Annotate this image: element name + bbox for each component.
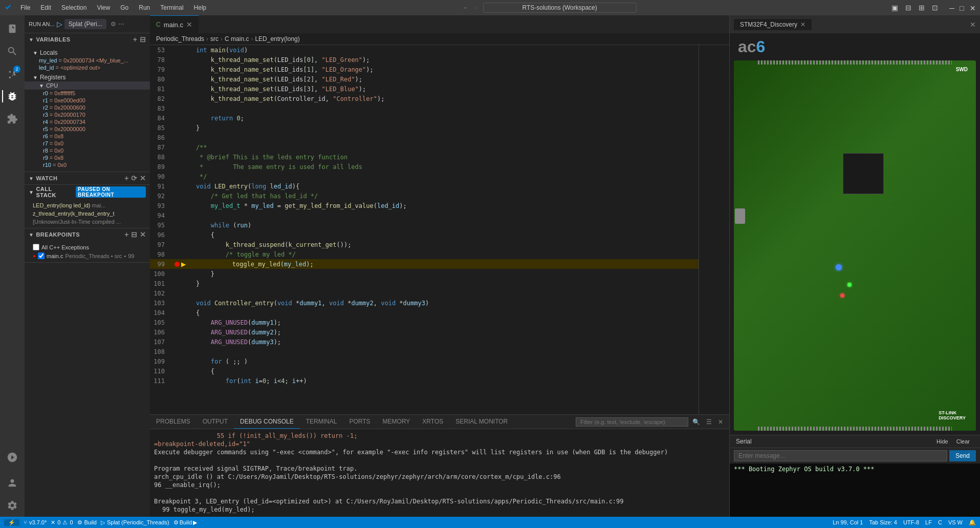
add-watch-icon[interactable]: + — [124, 174, 129, 182]
main-c-checkbox[interactable] — [38, 252, 45, 259]
arch-status[interactable]: VS W — [948, 519, 963, 525]
position-status[interactable]: Ln 99, Col 1 — [833, 519, 863, 525]
build-action[interactable]: ⚙ Build ▶ — [173, 519, 197, 526]
tab-main-c[interactable]: C main.c ✕ — [150, 15, 199, 33]
callstack-header[interactable]: ▼ CALL STACK Paused on breakpoint — [25, 185, 150, 199]
remove-breakpoints-icon[interactable]: ✕ — [140, 230, 146, 239]
tab-close-btn[interactable]: ✕ — [186, 20, 192, 29]
restore-btn[interactable]: □ — [960, 5, 966, 11]
serial-send-btn[interactable]: Send — [949, 450, 976, 461]
breadcrumb-part-1[interactable]: src — [210, 35, 219, 43]
search-filter-icon[interactable]: 🔍 — [690, 417, 702, 427]
nav-back-btn[interactable]: ← — [463, 4, 469, 11]
cpp-exceptions-checkbox[interactable] — [33, 244, 39, 250]
run-action-icon: ▶ — [193, 519, 197, 526]
remote-status[interactable]: ⚡ — [4, 519, 19, 526]
menu-terminal[interactable]: Terminal — [156, 3, 187, 12]
tab-size-label: Tab Size: 4 — [869, 519, 897, 525]
breadcrumb-part-0[interactable]: Periodic_Threads — [156, 35, 204, 43]
title-bar-right: ▣ ⊟ ⊞ ⊡ ─ □ ✕ — [888, 3, 976, 13]
layout-btn-3[interactable]: ⊞ — [916, 3, 928, 13]
usb-port — [735, 208, 745, 224]
activity-account[interactable] — [2, 473, 23, 493]
breakpoints-header[interactable]: ▼ BREAKPOINTS + ⊟ ✕ — [25, 228, 150, 241]
stm-tab[interactable]: STM32F4_Discovery ✕ — [734, 19, 812, 30]
callstack-frame-2[interactable]: [Unknown/Just-In-Time compiled ... — [25, 218, 150, 226]
splat-btn[interactable]: Splat (Peri... — [64, 19, 106, 29]
breadcrumb-part-3[interactable]: LED_entry(long) — [255, 35, 299, 43]
add-breakpoint-icon[interactable]: + — [124, 230, 129, 239]
tab-output[interactable]: OUTPUT — [197, 415, 234, 429]
refresh-watch-icon[interactable]: ⟳ — [131, 174, 138, 182]
build-status[interactable]: ⚙ Build — [77, 519, 97, 526]
variables-header[interactable]: ▼ VARIABLES + ⊟ — [25, 33, 150, 46]
warning-count: 0 — [70, 519, 73, 525]
activity-extensions[interactable] — [2, 109, 23, 129]
settings-icon[interactable]: ⚙ — [111, 20, 116, 28]
more-icon[interactable]: ⋯ — [118, 20, 124, 28]
activity-explorer[interactable] — [2, 18, 23, 39]
registers-header[interactable]: ▼ Registers — [25, 73, 150, 81]
menu-view[interactable]: View — [93, 3, 114, 12]
watch-header[interactable]: ▼ WATCH + ⟳ ✕ — [25, 172, 150, 184]
menu-help[interactable]: Help — [190, 3, 211, 12]
tab-size-status[interactable]: Tab Size: 4 — [869, 519, 897, 525]
callstack-frame-1[interactable]: z_thread_entry(k_thread_entry_t — [25, 209, 150, 218]
menu-edit[interactable]: Edit — [36, 3, 55, 12]
cpu-item[interactable]: ▼ CPU — [25, 81, 150, 90]
serial-input[interactable] — [734, 450, 947, 461]
menu-file[interactable]: File — [16, 3, 34, 12]
tab-serial-monitor[interactable]: SERIAL MONITOR — [449, 415, 514, 429]
callstack-frame-0[interactable]: LED_entry(long led_id) mai... — [25, 201, 150, 209]
activity-source-control[interactable]: 2 — [2, 64, 23, 84]
search-bar[interactable] — [483, 3, 637, 13]
close-watch-icon[interactable]: ✕ — [140, 174, 146, 182]
add-watch-icon[interactable]: + — [133, 35, 138, 44]
stm-tab-close[interactable]: ✕ — [800, 21, 805, 28]
serial-hide-btn[interactable]: Hide — [932, 437, 952, 446]
locals-header[interactable]: ▼ Locals — [25, 49, 150, 57]
activity-remote[interactable] — [2, 447, 23, 468]
notifications-btn[interactable]: 🔔 — [969, 519, 976, 526]
disable-breakpoints-icon[interactable]: ⊟ — [131, 230, 138, 239]
tab-ports[interactable]: PORTS — [343, 415, 376, 429]
toggle-filter-icon[interactable]: ☰ — [704, 417, 714, 427]
breadcrumb-part-2[interactable]: C main.c — [225, 35, 249, 43]
splat-status[interactable]: ▷ Splat (Periodic_Threads) — [101, 519, 169, 526]
filter-input[interactable] — [576, 417, 688, 427]
menu-go[interactable]: Go — [116, 3, 133, 12]
layout-btn-4[interactable]: ⊡ — [929, 3, 941, 13]
code-editor[interactable]: 53 int main(void) 78 k_thread_name_set(L… — [150, 45, 699, 414]
minimize-btn[interactable]: ─ — [949, 5, 955, 11]
errors-status[interactable]: ✕ 0 ⚠ 0 — [51, 519, 73, 526]
activity-debug[interactable] — [2, 86, 23, 107]
layout-btn-1[interactable]: ▣ — [888, 3, 901, 13]
debug-play-btn[interactable]: ▷ — [57, 20, 62, 28]
tab-problems[interactable]: PROBLEMS — [150, 415, 197, 429]
activity-settings[interactable] — [2, 495, 23, 516]
close-panel-icon[interactable]: ✕ — [716, 417, 725, 427]
tab-terminal[interactable]: TERMINAL — [300, 415, 343, 429]
tab-debug-console[interactable]: DEBUG CONSOLE — [234, 415, 300, 429]
layout-btn-2[interactable]: ⊟ — [902, 3, 914, 13]
nav-fwd-btn[interactable]: → — [473, 4, 479, 11]
eol-status[interactable]: LF — [925, 519, 932, 525]
code-line-78: 78 k_thread_name_set(LED_ids[0], "LED_Gr… — [150, 55, 699, 65]
git-branch-status[interactable]: ⑂ v3.7.0* — [24, 519, 47, 525]
callstack-panel: ▼ CALL STACK Paused on breakpoint LED_en… — [25, 185, 150, 228]
watch-label: WATCH — [36, 175, 57, 181]
lang-status[interactable]: C — [938, 519, 942, 525]
tab-xrtos[interactable]: XRTOS — [416, 415, 449, 429]
activity-search[interactable] — [2, 41, 23, 61]
stm-panel-close[interactable]: ✕ — [970, 20, 976, 29]
encoding-status[interactable]: UTF-8 — [903, 519, 919, 525]
debug-console-content[interactable]: 55 if (!init_all_my_leds()) return -1; =… — [150, 429, 729, 517]
collapse-all-icon[interactable]: ⊟ — [140, 35, 146, 44]
menu-run[interactable]: Run — [135, 3, 154, 12]
code-line-85: 85 } — [150, 123, 699, 133]
tab-memory[interactable]: MEMORY — [377, 415, 417, 429]
bottom-tab-bar: PROBLEMS OUTPUT DEBUG CONSOLE TERMINAL P… — [150, 415, 729, 429]
serial-clear-btn[interactable]: Clear — [952, 437, 974, 446]
menu-selection[interactable]: Selection — [57, 3, 91, 12]
close-btn[interactable]: ✕ — [970, 5, 976, 11]
